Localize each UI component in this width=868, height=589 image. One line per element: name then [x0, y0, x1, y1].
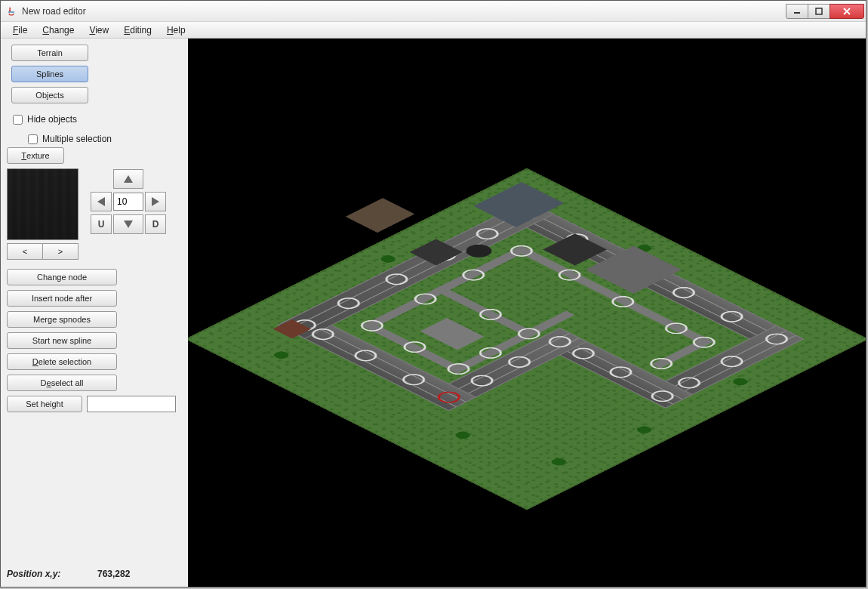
hide-objects-input[interactable] — [13, 115, 23, 125]
multiple-selection-checkbox[interactable]: Multiple selection — [28, 134, 182, 144]
change-node-button[interactable]: Change node — [7, 269, 117, 285]
status-value: 763,282 — [97, 569, 130, 579]
tab-objects-button[interactable]: Objects — [11, 87, 88, 103]
java-icon — [5, 5, 17, 17]
svg-rect-0 — [816, 8, 822, 14]
nav-d-button[interactable]: D — [145, 214, 166, 234]
maximize-button[interactable] — [808, 4, 830, 19]
ground-plane — [188, 168, 866, 510]
nav-left-button[interactable] — [91, 192, 112, 211]
hide-objects-checkbox[interactable]: Hide objects — [13, 114, 182, 125]
set-height-input[interactable] — [87, 396, 176, 412]
status-bar: Position x,y: 763,282 — [7, 563, 182, 587]
start-new-spline-button[interactable]: Start new spline — [7, 332, 117, 349]
arrow-right-icon — [152, 197, 159, 206]
sidebar: Terrain Splines Objects Hide objects Mul… — [1, 39, 188, 587]
nav-up-button[interactable] — [113, 169, 143, 189]
menu-view[interactable]: View — [82, 23, 116, 37]
insert-node-after-button[interactable]: Insert node after — [7, 290, 117, 307]
menu-file[interactable]: File — [5, 23, 35, 37]
editor-viewport[interactable] — [188, 39, 866, 587]
deselect-all-button[interactable]: Deselect all — [7, 375, 117, 391]
arrow-up-icon — [124, 175, 133, 183]
tab-terrain-button[interactable]: Terrain — [11, 45, 88, 61]
texture-preview — [7, 168, 78, 240]
app-window: New road editor File Change View Editing… — [0, 0, 866, 587]
delete-selection-button[interactable]: Delete selection — [7, 353, 117, 370]
texture-button[interactable]: Texture — [7, 147, 64, 164]
arrow-left-icon — [97, 197, 105, 206]
texture-next-button[interactable]: > — [42, 243, 78, 260]
nav-down-button[interactable] — [113, 214, 143, 234]
texture-prev-button[interactable]: < — [7, 243, 42, 260]
merge-spnodes-button[interactable]: Merge spnodes — [7, 311, 117, 328]
menu-help[interactable]: Help — [159, 23, 193, 37]
menu-editing[interactable]: Editing — [116, 23, 159, 37]
arrow-down-icon — [124, 220, 133, 228]
menubar: File Change View Editing Help — [1, 22, 866, 39]
tab-splines-button[interactable]: Splines — [11, 66, 88, 82]
minimize-button[interactable] — [786, 4, 808, 19]
nav-right-button[interactable] — [145, 192, 166, 211]
nav-u-button[interactable]: U — [91, 214, 112, 234]
window-title: New road editor — [22, 6, 786, 17]
titlebar: New road editor — [1, 1, 866, 22]
menu-change[interactable]: Change — [35, 23, 82, 37]
multiple-selection-input[interactable] — [28, 134, 38, 144]
close-button[interactable] — [830, 4, 864, 19]
nav-value-input[interactable] — [113, 193, 143, 211]
set-height-button[interactable]: Set height — [7, 396, 82, 412]
status-label: Position x,y: — [7, 569, 97, 579]
